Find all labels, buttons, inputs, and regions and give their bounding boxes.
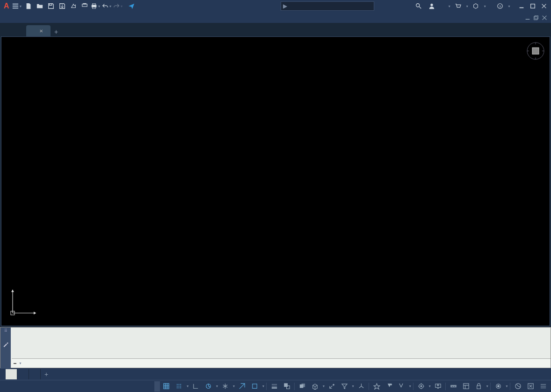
print-icon[interactable]: ▼ [91, 1, 101, 11]
annotation-visibility-icon[interactable] [370, 381, 383, 392]
gizmo-icon[interactable] [355, 381, 367, 392]
svg-rect-34 [302, 384, 305, 387]
clean-screen-icon[interactable] [524, 381, 536, 392]
svg-point-45 [497, 385, 499, 387]
open-icon[interactable] [35, 1, 45, 11]
svg-point-28 [180, 387, 181, 388]
snap-icon[interactable] [173, 381, 185, 392]
layout-tab-1[interactable] [17, 369, 29, 379]
viewcube[interactable] [526, 42, 545, 60]
cmd-config-icon[interactable] [3, 342, 8, 349]
menu-window[interactable] [116, 12, 127, 23]
status-model-button[interactable] [154, 381, 160, 392]
layout-tab-model[interactable] [6, 369, 17, 379]
login-button[interactable] [426, 3, 440, 9]
minimize-icon[interactable] [516, 1, 527, 11]
redo-icon[interactable]: ▼ [113, 1, 123, 11]
customize-icon[interactable] [537, 381, 549, 392]
add-tab-button[interactable]: + [51, 27, 62, 36]
search-icon[interactable] [413, 1, 424, 11]
drawing-canvas[interactable] [1, 36, 550, 326]
add-layout-button[interactable]: + [41, 370, 52, 379]
tab-close-icon[interactable]: ✕ [39, 29, 43, 34]
dynamic-ucs-icon[interactable]: + [326, 381, 338, 392]
menu-edit[interactable] [15, 12, 26, 23]
svg-rect-12 [520, 7, 524, 8]
menu-express[interactable] [138, 12, 150, 23]
cart-icon[interactable] [453, 1, 463, 11]
menu-param[interactable] [105, 12, 116, 23]
svg-rect-2 [12, 8, 18, 9]
svg-rect-30 [253, 384, 257, 388]
svg-point-25 [180, 386, 181, 387]
quick-properties-icon[interactable] [460, 381, 472, 392]
annotation-monitor-icon[interactable]: + [432, 381, 444, 392]
undo-icon[interactable]: ▼ [102, 1, 112, 11]
polar-icon[interactable] [203, 381, 215, 392]
command-input[interactable] [25, 360, 549, 367]
help-icon[interactable]: ? [495, 1, 505, 11]
transparency-icon[interactable] [281, 381, 293, 392]
menu-file[interactable] [4, 12, 15, 23]
plot-icon[interactable] [80, 1, 90, 11]
app-logo: A [2, 2, 11, 10]
search-input[interactable] [289, 3, 372, 9]
annotation-scale[interactable] [396, 381, 407, 392]
search-box[interactable]: ▶ [281, 1, 374, 11]
menu-icon[interactable]: ▼ [12, 1, 22, 11]
menu-view[interactable] [26, 12, 37, 23]
lock-ui-icon[interactable] [472, 381, 485, 392]
lineweight-icon[interactable] [268, 381, 280, 392]
svg-point-27 [179, 387, 180, 388]
svg-rect-1 [12, 6, 18, 7]
menu-help[interactable] [127, 12, 138, 23]
tab-doc1[interactable]: ✕ [26, 25, 51, 36]
svg-text:?: ? [499, 5, 501, 9]
workspace-icon[interactable] [415, 381, 427, 392]
doc-close-icon[interactable] [541, 13, 548, 23]
menu-modify[interactable] [94, 12, 105, 23]
new-icon[interactable] [23, 1, 34, 11]
menu-insert[interactable] [37, 12, 49, 23]
svg-point-23 [177, 386, 178, 387]
close-icon[interactable] [539, 1, 549, 11]
doc-minimize-icon[interactable] [524, 13, 531, 23]
svg-point-20 [177, 384, 178, 385]
menu-tools[interactable] [60, 12, 71, 23]
selection-cycling-icon[interactable] [296, 381, 308, 392]
cmd-grip-icon[interactable]: ⠿ [4, 328, 7, 333]
saveas-icon[interactable] [57, 1, 67, 11]
osnap-icon[interactable] [248, 381, 261, 392]
autoscale-icon[interactable] [383, 381, 395, 392]
units-icon[interactable] [447, 381, 459, 392]
menu-yuanquan[interactable] [150, 12, 161, 23]
svg-point-21 [179, 384, 180, 385]
svg-point-9 [431, 4, 433, 6]
hardware-accel-icon[interactable] [512, 381, 524, 392]
svg-text:+: + [437, 384, 439, 387]
maximize-icon[interactable] [528, 1, 538, 11]
grid-icon[interactable] [160, 381, 173, 392]
command-panel: ⠿ ▼ [0, 327, 551, 368]
layout-tab-2[interactable] [29, 369, 41, 379]
osnap-tracking-icon[interactable] [236, 381, 248, 392]
svg-point-8 [416, 4, 420, 7]
svg-point-24 [179, 386, 180, 387]
ucs-icon [8, 285, 41, 319]
svg-rect-42 [464, 384, 469, 389]
isolate-icon[interactable] [492, 381, 504, 392]
selection-filter-icon[interactable] [338, 381, 350, 392]
menu-format[interactable] [49, 12, 60, 23]
isodraft-icon[interactable] [219, 381, 232, 392]
svg-point-26 [177, 387, 178, 388]
menu-draw[interactable] [71, 12, 82, 23]
tab-start[interactable] [9, 25, 26, 36]
3dosnap-icon[interactable] [309, 381, 321, 392]
save-icon[interactable] [46, 1, 56, 11]
web-icon[interactable] [68, 1, 79, 11]
share-button[interactable] [124, 1, 140, 11]
doc-restore-icon[interactable] [532, 13, 540, 23]
menu-dim[interactable] [82, 12, 94, 23]
autodesk-icon[interactable] [471, 1, 481, 11]
ortho-icon[interactable] [190, 381, 202, 392]
